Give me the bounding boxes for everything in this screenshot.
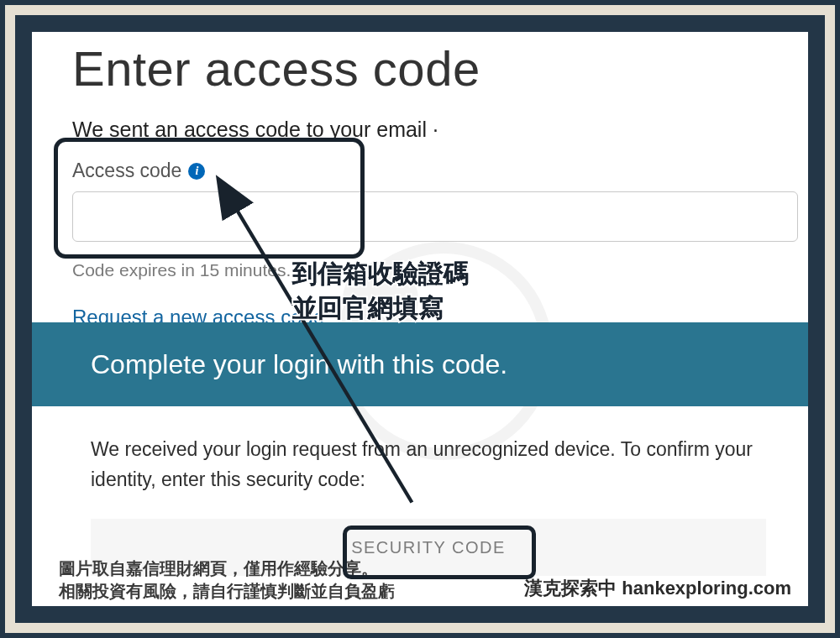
code-expires-text: Code expires in 15 minutes. bbox=[72, 260, 291, 280]
email-banner: Complete your login with this code. bbox=[32, 322, 808, 406]
email-body-text: We received your login request from an u… bbox=[91, 435, 766, 494]
access-code-label: Access code bbox=[72, 160, 181, 182]
content: Enter access code We sent an access code… bbox=[32, 32, 808, 606]
page-title: Enter access code bbox=[72, 40, 480, 97]
info-icon[interactable]: i bbox=[188, 163, 205, 180]
security-code-label: SECURITY CODE bbox=[351, 538, 506, 557]
frame-inner: Enter access code We sent an access code… bbox=[15, 15, 825, 623]
disclaimer-text: 圖片取自嘉信理財網頁，僅用作經驗分享。 相關投資有風險，請自行謹慎判斷並自負盈虧 bbox=[59, 557, 395, 603]
email-banner-text: Complete your login with this code. bbox=[91, 349, 507, 380]
footer: 圖片取自嘉信理財網頁，僅用作經驗分享。 相關投資有風險，請自行謹慎判斷並自負盈虧… bbox=[59, 557, 791, 603]
access-code-label-row: Access code i bbox=[72, 160, 205, 182]
access-code-input[interactable] bbox=[72, 191, 798, 242]
credit-text: 漢克探索中 hankexploring.com bbox=[524, 576, 791, 603]
disclaimer-line1: 圖片取自嘉信理財網頁，僅用作經驗分享。 bbox=[59, 557, 395, 580]
disclaimer-line2: 相關投資有風險，請自行謹慎判斷並自負盈虧 bbox=[59, 580, 395, 603]
page-surface: Enter access code We sent an access code… bbox=[32, 32, 808, 606]
frame-mid: Enter access code We sent an access code… bbox=[5, 5, 835, 633]
frame-outer: Enter access code We sent an access code… bbox=[0, 0, 840, 638]
sent-code-text: We sent an access code to your email · bbox=[72, 118, 438, 142]
